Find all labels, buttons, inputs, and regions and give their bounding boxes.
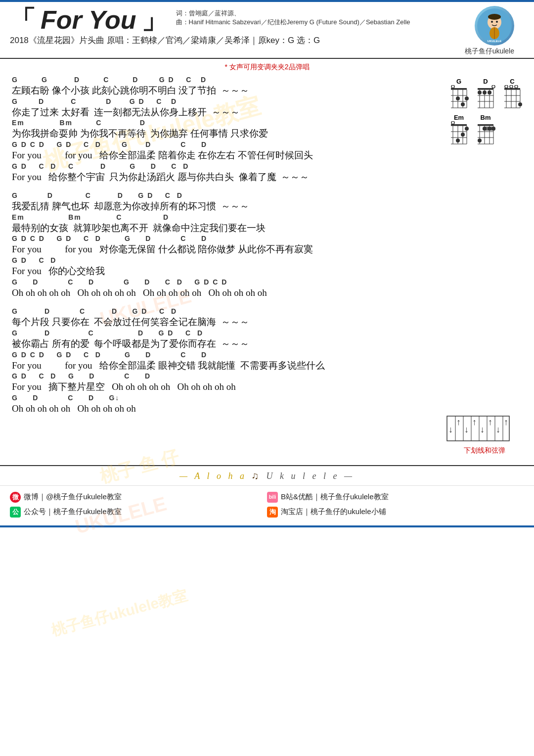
lyric-block-10: G D C D G D C D G D C D Oh oh oh oh oh O… [12, 278, 443, 299]
lyrics-3: 为你我拼命耍帅 为你我不再等待 为你抛弃 任何事情 只求你爱 [12, 127, 443, 140]
subtitle-line: 2018《流星花园》片头曲 原唱：王鹤棣／官鸿／梁靖康／吴希泽｜原key：G 选… [10, 35, 524, 46]
lyrics-14: For you 摘下整片星空 Oh oh oh oh oh Oh oh oh o… [12, 380, 443, 393]
svg-text:↓: ↓ [464, 425, 469, 434]
footer: — A l o h a ♫ U k u l e l e — 微 微博｜@桃子鱼仔… [0, 465, 534, 523]
lyric-block-5: G D C D C D G D C D For you 给你整个宇宙 只为你赴汤… [12, 162, 443, 184]
svg-point-3 [491, 21, 493, 23]
lyrics-15: Oh oh oh oh oh Oh oh oh oh oh [12, 402, 443, 415]
chords-1: G G D C D G D C D [12, 76, 443, 84]
ukulele-icon: ♫ [251, 470, 266, 481]
footer-links: 微 微博｜@桃子鱼仔ukulele教室 bili B站&优酷｜桃子鱼仔ukule… [0, 486, 534, 523]
lyric-block-9: G D C D For you 你的心交给我 [12, 256, 443, 278]
svg-text:↑: ↑ [472, 417, 477, 427]
wechat-text: 公众号｜桃子鱼仔ukulele教室 [24, 507, 122, 517]
lyrics-11: 每个片段 只要你在 不会放过任何笑容全记在脑海 ～～～ [12, 316, 443, 329]
gap-2 [12, 299, 443, 307]
chords-8: G D C D G D C D G D C D [12, 235, 443, 243]
weibo-text: 微博｜@桃子鱼仔ukulele教室 [24, 492, 122, 502]
header: 「 For You 」 词：曾翊庭／蓝祥源、 曲：Hanif Hitmanic … [0, 2, 534, 59]
lyric-block-6: G D C D G D C D 我爱乱猜 脾气也坏 却愿意为你改掉所有的坏习惯 … [12, 191, 443, 213]
chords-12: G D C D G D C D [12, 329, 443, 337]
chords-11: G D C D G D C D [12, 307, 443, 316]
lyric-block-1: G G D C D G D C D 左顾右盼 像个小孩 此刻心跳你明不明白 没了… [12, 76, 443, 97]
svg-point-4 [496, 21, 498, 23]
chords-5: G D C D C D G D C D [12, 162, 443, 171]
lyrics-9: For you 你的心交给我 [12, 265, 443, 278]
taobao-icon: 淘 [267, 507, 278, 518]
svg-text:↑: ↑ [456, 417, 461, 427]
svg-point-2 [488, 14, 501, 20]
title-credits: 词：曾翊庭／蓝祥源、 曲：Hanif Hitmanic Sabzevari／纪佳… [176, 9, 410, 27]
bottom-area: ↓ ↑ ↓ ↑ ↓ ↑ ↓ ↑ 下划线和弦弹 [12, 416, 522, 455]
lyric-block-13: G D C D G D C D G D C D For you for you … [12, 351, 443, 372]
lyrics-13: For you for you 给你全部温柔 眼神交错 我就能懂 不需要再多说些… [12, 359, 443, 372]
bilibili-text: B站&优酷｜桃子鱼仔ukulele教室 [281, 492, 389, 502]
chords-14: G D C D G D C D [12, 372, 443, 380]
chords-6: G D C D G D C D [12, 191, 443, 200]
lyrics-8: For you for you 对你毫无保留 什么都说 陪你做梦 从此你不再有寂… [12, 243, 443, 256]
female-note: * 女声可用变调夹夹2品弹唱 [12, 63, 522, 72]
chords-7: Em Bm C D [12, 213, 443, 222]
footer-taobao: 淘 淘宝店｜桃子鱼仔的ukulele小铺 [267, 505, 524, 520]
watermark-5: 桃子鱼仔ukulele教室 [49, 585, 190, 641]
lyrics-12: 被你霸占 所有的爱 每个呼吸都是为了爱你而存在 ～～～ [12, 337, 443, 350]
gap-1 [12, 184, 443, 191]
footer-divider: — A l o h a ♫ U k u l e l e — [0, 466, 534, 486]
svg-text:↑: ↑ [504, 417, 508, 427]
svg-text:↑: ↑ [488, 417, 492, 427]
lyric-block-4: G D C D G D C D G D C D For you for you … [12, 141, 443, 162]
ukulele-text: U k u l e l e — [266, 471, 354, 481]
lyrics-section: G G D C D G D C D 左顾右盼 像个小孩 此刻心跳你明不明白 没了… [12, 76, 522, 415]
title-bracket-right: 」 [141, 7, 167, 33]
chords-10: G D C D G D C D G D C D [12, 278, 443, 286]
strum-arrows-svg: ↓ ↑ ↓ ↑ ↓ ↑ ↓ ↑ [446, 415, 510, 442]
taobao-text: 淘宝店｜桃子鱼仔的ukulele小铺 [281, 507, 386, 517]
footer-wechat: 公 公众号｜桃子鱼仔ukulele教室 [10, 505, 267, 520]
aloha-text: — A l o h a [179, 471, 247, 481]
title-main: For You [41, 7, 136, 33]
lyric-block-11: G D C D G D C D 每个片段 只要你在 不会放过任何笑容全记在脑海 … [12, 307, 443, 329]
lyric-block-14: G D C D G D C D For you 摘下整片星空 Oh oh oh … [12, 372, 443, 393]
chords-15: G D C D G↓ [12, 394, 443, 402]
weibo-icon: 微 [10, 492, 21, 503]
lyrics-10: Oh oh oh oh oh Oh oh oh oh oh Oh oh oh o… [12, 286, 443, 299]
lyric-block-3: Em Bm C D 为你我拼命耍帅 为你我不再等待 为你抛弃 任何事情 只求你爱 [12, 119, 443, 140]
svg-text:↓: ↓ [480, 425, 485, 434]
chords-3: Em Bm C D [12, 119, 443, 127]
logo-circle: UKULELE [475, 6, 514, 46]
svg-text:↓: ↓ [448, 425, 453, 434]
strum-arrows-area: ↓ ↑ ↓ ↑ ↓ ↑ ↓ ↑ [446, 415, 510, 444]
main-content: 桃子鱼仔ukulele教室 UKULELE 桃子 鱼 仔 UKULELE 桃子鱼… [0, 59, 534, 459]
svg-text:UKULELE: UKULELE [488, 40, 501, 43]
lyrics-2: 你走了过来 太好看 连一刻都无法从你身上移开 ～～～ [12, 106, 443, 119]
logo-area: UKULELE [465, 6, 524, 46]
lyrics-7: 最特别的女孩 就算吵架也离不开 就像命中注定我们要在一块 [12, 222, 443, 235]
wechat-icon: 公 [10, 507, 21, 518]
chords-2: G D C D G D C D [12, 97, 443, 106]
footer-weibo: 微 微博｜@桃子鱼仔ukulele教室 [10, 490, 267, 505]
bottom-border [0, 525, 534, 527]
title-bracket-left: 「 [10, 7, 36, 33]
strum-label: 下划线和弦弹 [446, 446, 510, 455]
lyrics-6: 我爱乱猜 脾气也坏 却愿意为你改掉所有的坏习惯 ～～～ [12, 200, 443, 213]
strum-diagram-area: ↓ ↑ ↓ ↑ ↓ ↑ ↓ ↑ 下划线和弦弹 [446, 415, 510, 455]
chords-9: G D C D [12, 256, 443, 265]
svg-text:↓: ↓ [496, 425, 500, 434]
bilibili-icon: bili [267, 492, 278, 503]
lyric-block-7: Em Bm C D 最特别的女孩 就算吵架也离不开 就像命中注定我们要在一块 [12, 213, 443, 235]
brand-label: 桃子鱼仔ukulele [10, 47, 524, 56]
lyrics-4: For you for you 给你全部温柔 陪着你走 在你左右 不管任何时候回… [12, 149, 443, 162]
lyrics-5: For you 给你整个宇宙 只为你赴汤蹈火 愿与你共白头 像着了魔 ～～～ [12, 171, 443, 184]
credit-line-2: 曲：Hanif Hitmanic Sabzevari／纪佳松Jeremy G (… [176, 18, 410, 27]
lyrics-1: 左顾右盼 像个小孩 此刻心跳你明不明白 没了节拍 ～～～ [12, 84, 443, 97]
footer-bilibili: bili B站&优酷｜桃子鱼仔ukulele教室 [267, 490, 524, 505]
lyric-block-12: G D C D G D C D 被你霸占 所有的爱 每个呼吸都是为了爱你而存在 … [12, 329, 443, 350]
chords-13: G D C D G D C D G D C D [12, 351, 443, 359]
credit-line-1: 词：曾翊庭／蓝祥源、 [176, 9, 410, 18]
lyric-block-8: G D C D G D C D G D C D For you for you … [12, 235, 443, 256]
lyric-block-15: G D C D G↓ Oh oh oh oh oh Oh oh oh oh oh [12, 394, 443, 415]
logo-svg: UKULELE [477, 8, 512, 43]
lyric-block-2: G D C D G D C D 你走了过来 太好看 连一刻都无法从你身上移开 ～… [12, 97, 443, 119]
chords-4: G D C D G D C D G D C D [12, 141, 443, 149]
